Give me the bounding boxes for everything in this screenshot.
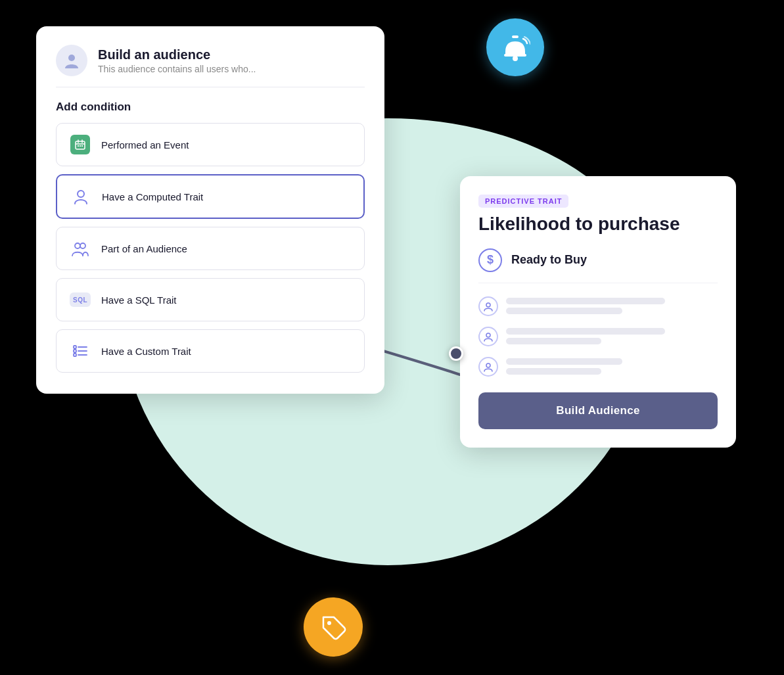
right-card: PREDICTIVE TRAIT Likelihood to purchase …: [460, 176, 736, 448]
line-medium-3: [506, 358, 622, 365]
left-card: Build an audience This audience contains…: [36, 26, 384, 394]
custom-trait-label: Have a Custom Trait: [101, 346, 191, 357]
line-short-3: [506, 368, 601, 375]
user-icon-2: [478, 327, 498, 346]
condition-performed-event[interactable]: Performed an Event: [56, 123, 365, 166]
sql-badge: SQL: [70, 292, 91, 307]
tag-circle: [304, 597, 363, 657]
connector-node: [449, 346, 463, 361]
user-row: [478, 296, 718, 316]
condition-custom-trait[interactable]: Have a Custom Trait: [56, 329, 365, 373]
performed-event-label: Performed an Event: [101, 139, 189, 151]
sql-icon-box: SQL: [70, 289, 91, 310]
card-header: Build an audience This audience contains…: [56, 45, 365, 87]
user-rows: [478, 296, 718, 377]
user-icon-3: [478, 357, 498, 377]
sql-trait-label: Have a SQL Trait: [101, 294, 177, 306]
svg-point-13: [80, 243, 85, 248]
svg-point-23: [327, 621, 331, 625]
condition-sql-trait[interactable]: SQL Have a SQL Trait: [56, 278, 365, 321]
predictive-badge: PREDICTIVE TRAIT: [478, 195, 568, 208]
svg-rect-8: [78, 145, 79, 147]
svg-point-22: [486, 363, 490, 367]
user-row-lines-1: [506, 298, 718, 314]
list-icon-box: [70, 340, 91, 361]
svg-point-2: [513, 56, 518, 61]
likelihood-title: Likelihood to purchase: [478, 213, 718, 235]
svg-point-12: [75, 243, 80, 248]
ready-to-buy-label: Ready to Buy: [511, 253, 587, 267]
line-short-2: [506, 338, 601, 344]
calendar-icon: [70, 135, 90, 154]
audience-icon-box: [70, 238, 91, 259]
user-row-3: [478, 357, 718, 377]
svg-rect-18: [74, 354, 76, 356]
condition-audience[interactable]: Part of an Audience: [56, 227, 365, 270]
avatar: [56, 45, 87, 76]
calendar-icon-box: [70, 134, 91, 155]
svg-rect-14: [74, 346, 76, 348]
user-row-2: [478, 327, 718, 346]
line-medium-1: [506, 308, 622, 314]
svg-point-11: [78, 191, 84, 197]
ready-to-buy-row: $ Ready to Buy: [478, 248, 718, 283]
line-long-2: [506, 328, 665, 335]
notification-circle: [486, 18, 544, 76]
card-subtitle: This audience contains all users who...: [98, 64, 256, 74]
list-icon: [72, 343, 88, 359]
card-header-text: Build an audience This audience contains…: [98, 47, 256, 74]
line-long-1: [506, 298, 665, 304]
audience-icon: [71, 240, 89, 257]
svg-rect-10: [81, 145, 83, 147]
user-icon-1: [478, 296, 498, 316]
svg-point-3: [68, 55, 75, 61]
svg-rect-0: [512, 35, 519, 38]
tag-icon: [318, 612, 348, 642]
condition-computed-trait[interactable]: Have a Computed Trait: [56, 174, 365, 219]
svg-rect-16: [74, 350, 76, 352]
build-audience-button[interactable]: Build Audience: [478, 392, 718, 429]
svg-rect-9: [80, 145, 81, 147]
audience-label: Part of an Audience: [101, 243, 187, 254]
svg-point-21: [486, 333, 490, 337]
person-icon-box: [70, 186, 91, 207]
add-condition-label: Add condition: [56, 101, 365, 114]
dollar-icon: $: [478, 248, 502, 272]
svg-point-20: [486, 303, 490, 307]
scene: Build an audience This audience contains…: [0, 0, 784, 675]
computed-trait-label: Have a Computed Trait: [102, 191, 203, 202]
condition-list: Performed an Event Have a Computed Trait: [56, 123, 365, 373]
person-icon: [72, 188, 89, 205]
user-row-lines-2: [506, 328, 718, 344]
bell-icon: [500, 32, 530, 62]
user-row-lines-3: [506, 358, 718, 375]
card-title: Build an audience: [98, 47, 256, 62]
